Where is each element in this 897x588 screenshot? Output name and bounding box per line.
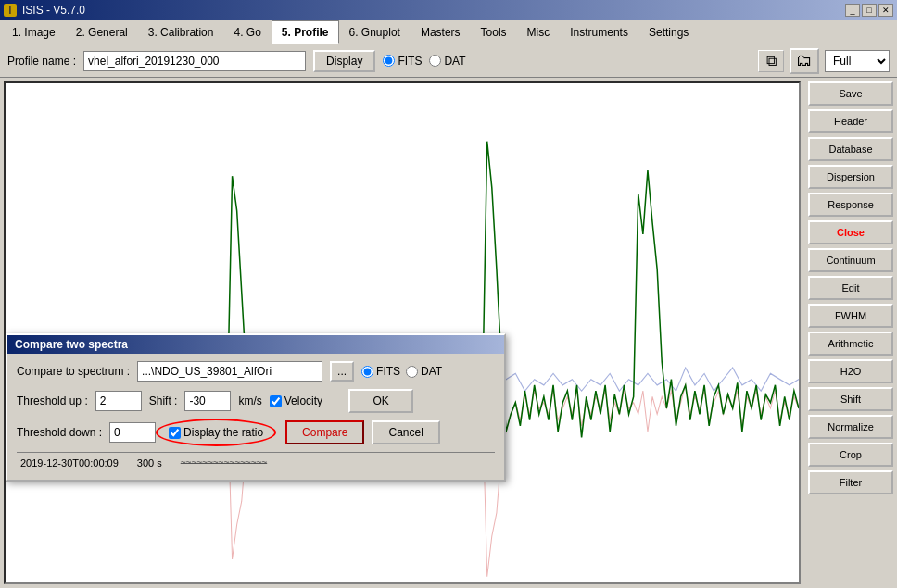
copy-button[interactable]: ⧉ — [758, 50, 784, 72]
dialog-title-text: Compare two spectra — [15, 338, 128, 351]
datetime-status: 2019-12-30T00:00:09 — [20, 457, 119, 469]
shift-button[interactable]: Shift — [808, 387, 893, 411]
menu-general[interactable]: 2. General — [66, 20, 138, 44]
velocity-option[interactable]: Velocity — [270, 394, 322, 407]
shift-label: Shift : — [149, 394, 178, 407]
menu-go[interactable]: 4. Go — [223, 20, 271, 44]
database-button[interactable]: Database — [808, 137, 893, 161]
toolbar: Profile name : Display FITS DAT ⧉ 🗂 Full… — [0, 44, 897, 78]
menu-misc[interactable]: Misc — [517, 20, 561, 44]
spectrum-path-input[interactable] — [137, 361, 322, 382]
dialog-fits-radio[interactable] — [361, 366, 373, 378]
compare-spectra-dialog: Compare two spectra Compare to spectrum … — [6, 333, 506, 482]
shift-input[interactable] — [184, 391, 231, 411]
dialog-dat-label: DAT — [421, 365, 442, 378]
view-mode-select[interactable]: Full Zoom Half — [825, 50, 890, 72]
velocity-checkbox[interactable] — [270, 395, 282, 407]
dispersion-button[interactable]: Dispersion — [808, 165, 893, 189]
crop-button[interactable]: Crop — [808, 443, 893, 467]
threshold-shift-row: Threshold up : Shift : km/s Velocity OK — [17, 389, 495, 413]
dialog-dat-option[interactable]: DAT — [406, 365, 442, 378]
menu-tools[interactable]: Tools — [471, 20, 517, 44]
fits-label: FITS — [398, 55, 422, 68]
header-button[interactable]: Header — [808, 109, 893, 133]
menu-gnuplot[interactable]: 6. Gnuplot — [339, 20, 411, 44]
continuum-button[interactable]: Continuum — [808, 248, 893, 272]
dialog-format-group: FITS DAT — [361, 365, 442, 378]
dialog-fits-label: FITS — [376, 365, 400, 378]
cancel-button[interactable]: Cancel — [372, 420, 439, 444]
fwhm-button[interactable]: FWHM — [808, 304, 893, 328]
minimize-button[interactable]: _ — [845, 4, 860, 17]
chart-area: Compare two spectra Compare to spectrum … — [0, 78, 804, 588]
dialog-fits-option[interactable]: FITS — [361, 365, 400, 378]
threshold-up-label: Threshold up : — [17, 394, 88, 407]
status-bar: 2019-12-30T00:00:09 300 s ~~~~~~~~~~~~~~… — [17, 452, 495, 472]
filter-button[interactable]: Filter — [808, 470, 893, 494]
dialog-dat-radio[interactable] — [406, 366, 418, 378]
app-icon: I — [4, 4, 17, 17]
compare-spectrum-row: Compare to spectrum : ... FITS DAT — [17, 361, 495, 382]
h2o-button[interactable]: H2O — [808, 359, 893, 383]
profile-name-input[interactable] — [83, 51, 306, 71]
km-s-label: km/s — [238, 394, 261, 407]
threshold-up-input[interactable] — [95, 391, 142, 411]
browse-button[interactable]: ... — [330, 361, 354, 382]
close-button[interactable]: Close — [808, 220, 893, 244]
dat-radio[interactable] — [429, 55, 441, 67]
dat-label: DAT — [444, 55, 465, 68]
right-sidebar: Save Header Database Dispersion Response… — [804, 78, 897, 588]
maximize-button[interactable]: □ — [862, 4, 877, 17]
menu-calibration[interactable]: 3. Calibration — [138, 20, 224, 44]
threshold-down-row: Threshold down : Display the ratio Compa… — [17, 420, 495, 444]
dialog-title-bar[interactable]: Compare two spectra — [7, 335, 504, 354]
dat-radio-option[interactable]: DAT — [429, 55, 465, 68]
display-ratio-checkbox[interactable] — [169, 427, 181, 439]
menu-instruments[interactable]: Instruments — [560, 20, 638, 44]
display-ratio-wrapper: Display the ratio — [163, 424, 269, 441]
menu-masters[interactable]: Masters — [411, 20, 471, 44]
fits-radio[interactable] — [383, 55, 395, 67]
menu-bar: 1. Image 2. General 3. Calibration 4. Go… — [0, 20, 897, 44]
save-button[interactable]: Save — [808, 81, 893, 106]
normalize-button[interactable]: Normalize — [808, 415, 893, 439]
velocity-label: Velocity — [284, 394, 322, 407]
scribble-text: ~~~~~~~~~~~~~~~~ — [181, 457, 267, 468]
duration-status: 300 s — [137, 457, 162, 469]
fits-radio-option[interactable]: FITS — [383, 55, 422, 68]
display-button[interactable]: Display — [313, 50, 375, 72]
format-radio-group: FITS DAT — [383, 55, 465, 68]
arithmetic-button[interactable]: Arithmetic — [808, 332, 893, 356]
display-ratio-option[interactable]: Display the ratio — [163, 424, 269, 441]
compare-label: Compare to spectrum : — [17, 365, 130, 378]
title-bar: I ISIS - V5.7.0 _ □ ✕ — [0, 0, 897, 20]
chart-canvas: Compare two spectra Compare to spectrum … — [4, 81, 801, 584]
threshold-down-label: Threshold down : — [17, 426, 102, 439]
menu-profile[interactable]: 5. Profile — [272, 20, 339, 44]
open-folder-button[interactable]: 🗂 — [790, 48, 819, 74]
ok-button[interactable]: OK — [348, 389, 413, 413]
threshold-down-input[interactable] — [109, 422, 156, 443]
display-ratio-label: Display the ratio — [183, 426, 263, 439]
edit-button[interactable]: Edit — [808, 276, 893, 300]
close-window-button[interactable]: ✕ — [878, 4, 893, 17]
menu-settings[interactable]: Settings — [638, 20, 699, 44]
response-button[interactable]: Response — [808, 193, 893, 217]
menu-image[interactable]: 1. Image — [2, 20, 66, 44]
profile-name-label: Profile name : — [7, 55, 76, 68]
main-area: Compare two spectra Compare to spectrum … — [0, 78, 897, 588]
compare-button[interactable]: Compare — [285, 420, 364, 444]
app-title: ISIS - V5.7.0 — [22, 4, 85, 17]
